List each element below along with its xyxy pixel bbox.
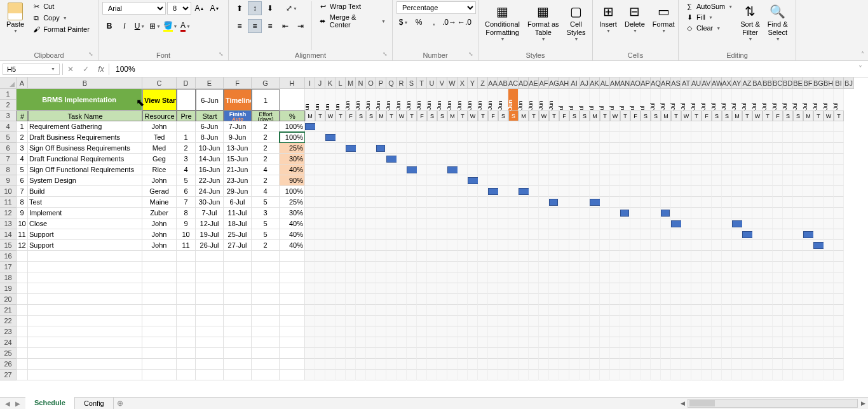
group-styles: ▦Conditional Formatting▼ ▦Format as Tabl… bbox=[478, 0, 593, 60]
sheet-tab-bar: ◀ ▶ Schedule Config ⊕ ◀ ▶ bbox=[0, 397, 868, 409]
expand-formula-bar-button[interactable]: ˅ bbox=[853, 65, 868, 74]
find-select-button[interactable]: 🔍Find & Select▼ bbox=[765, 1, 790, 44]
insert-cells-button[interactable]: ⊞Insert▼ bbox=[597, 1, 620, 36]
paste-button[interactable]: Paste ▼ bbox=[4, 1, 27, 36]
align-left-button[interactable]: ≡ bbox=[233, 19, 247, 33]
fill-down-icon: ⬇ bbox=[685, 13, 694, 22]
font-color-button[interactable]: A▼ bbox=[179, 19, 193, 33]
cut-button[interactable]: ✂Cut bbox=[29, 1, 92, 11]
align-top-button[interactable]: ⬆ bbox=[233, 1, 247, 15]
wrap-text-button[interactable]: ↩Wrap Text bbox=[316, 1, 388, 11]
group-number: Percentage $▼ % , .0→ ←.0 Number ⤡ bbox=[393, 0, 478, 60]
copy-icon: ⧉ bbox=[32, 13, 41, 22]
search-icon: 🔍 bbox=[769, 3, 787, 20]
format-painter-button[interactable]: 🖌Format Painter bbox=[29, 24, 92, 34]
group-clipboard: Paste ▼ ✂Cut ⧉Copy▼ 🖌Format Painter Clip… bbox=[0, 0, 98, 60]
format-as-table-button[interactable]: ▦Format as Table▼ bbox=[525, 1, 562, 44]
increase-decimal-button[interactable]: .0→ bbox=[442, 15, 456, 29]
accept-formula-button[interactable]: ✓ bbox=[78, 65, 93, 74]
dialog-launcher-icon[interactable]: ⤡ bbox=[383, 51, 390, 58]
decrease-decimal-button[interactable]: ←.0 bbox=[458, 15, 471, 29]
sort-filter-button[interactable]: ⇅Sort & Filter▼ bbox=[738, 1, 763, 44]
conditional-icon: ▦ bbox=[494, 3, 512, 20]
font-size-select[interactable]: 8 bbox=[167, 2, 191, 15]
clear-button[interactable]: ◇Clear▼ bbox=[682, 23, 735, 33]
increase-font-button[interactable]: A▲ bbox=[193, 1, 207, 15]
group-label: Clipboard bbox=[4, 50, 94, 59]
eraser-icon: ◇ bbox=[685, 23, 694, 32]
decrease-indent-button[interactable]: ⇤ bbox=[278, 19, 292, 33]
merge-center-button[interactable]: ⬌Merge & Center▼ bbox=[316, 13, 388, 29]
select-all-corner[interactable] bbox=[0, 77, 17, 89]
insert-icon: ⊞ bbox=[599, 3, 617, 20]
bold-button[interactable]: B bbox=[102, 19, 116, 33]
group-alignment: ⬆ ↕ ⬇ ⤢▼ ≡ ≡ ≡ ⇤ ⇥ ↩Wrap Text ⬌Merge & C… bbox=[229, 0, 393, 60]
format-icon: ▭ bbox=[654, 3, 672, 20]
number-format-select[interactable]: Percentage bbox=[397, 1, 476, 14]
font-name-select[interactable]: Arial bbox=[102, 2, 166, 15]
horizontal-scrollbar[interactable]: ◀ ▶ bbox=[677, 399, 868, 408]
orientation-button[interactable]: ⤢▼ bbox=[285, 1, 299, 15]
align-center-button[interactable]: ≡ bbox=[248, 19, 262, 33]
sigma-icon: ∑ bbox=[685, 2, 694, 11]
italic-button[interactable]: I bbox=[118, 19, 132, 33]
prev-sheet-button[interactable]: ◀ bbox=[5, 400, 10, 407]
currency-button[interactable]: $▼ bbox=[397, 15, 410, 29]
group-cells: ⊞Insert▼ ⊟Delete▼ ▭Format▼ Cells bbox=[593, 0, 679, 60]
dialog-launcher-icon[interactable]: ⤡ bbox=[88, 51, 96, 58]
delete-icon: ⊟ bbox=[626, 3, 644, 20]
percent-button[interactable]: % bbox=[412, 15, 426, 29]
decrease-font-button[interactable]: A▼ bbox=[208, 1, 222, 15]
delete-cells-button[interactable]: ⊟Delete▼ bbox=[622, 1, 648, 36]
fx-icon[interactable]: fx bbox=[93, 65, 109, 74]
paste-icon bbox=[8, 3, 23, 20]
comma-button[interactable]: , bbox=[427, 15, 441, 29]
autosum-button[interactable]: ∑AutoSum▼ bbox=[682, 1, 735, 11]
fill-color-button[interactable]: 🪣▼ bbox=[163, 19, 177, 33]
group-editing: ∑AutoSum▼ ⬇Fill▼ ◇Clear▼ ⇅Sort & Filter▼… bbox=[679, 0, 796, 60]
spreadsheet-grid[interactable]: ABCDEFGHIJKLMNOPQRSTUVWXYZAAABACADAEAFAG… bbox=[0, 77, 868, 397]
align-right-button[interactable]: ≡ bbox=[263, 19, 277, 33]
align-middle-button[interactable]: ↕ bbox=[248, 1, 262, 15]
scroll-left-button[interactable]: ◀ bbox=[677, 400, 688, 406]
conditional-formatting-button[interactable]: ▦Conditional Formatting▼ bbox=[482, 1, 522, 44]
name-box[interactable]: H5▼ bbox=[3, 64, 60, 75]
table-icon: ▦ bbox=[534, 3, 552, 20]
ribbon: Paste ▼ ✂Cut ⧉Copy▼ 🖌Format Painter Clip… bbox=[0, 0, 868, 61]
selected-cell: 100% bbox=[280, 132, 305, 143]
dialog-launcher-icon[interactable]: ⤡ bbox=[219, 51, 226, 58]
fill-button[interactable]: ⬇Fill▼ bbox=[682, 12, 735, 22]
copy-button[interactable]: ⧉Copy▼ bbox=[29, 13, 92, 23]
merge-icon: ⬌ bbox=[318, 17, 327, 25]
cells-area[interactable]: BRMS ImplementationView Start6-JunTimeli… bbox=[17, 89, 844, 380]
cell-styles-button[interactable]: ▢Cell Styles▼ bbox=[564, 1, 588, 44]
align-bottom-button[interactable]: ⬇ bbox=[263, 1, 277, 15]
cancel-formula-button[interactable]: ✕ bbox=[63, 65, 78, 74]
tab-config[interactable]: Config bbox=[75, 398, 114, 410]
tab-schedule[interactable]: Schedule bbox=[25, 397, 75, 410]
sort-icon: ⇅ bbox=[741, 3, 759, 20]
row-headers[interactable]: 1234567891011121314151617181920212223242… bbox=[0, 89, 17, 380]
styles-icon: ▢ bbox=[567, 3, 585, 20]
chevron-down-icon: ▼ bbox=[13, 29, 18, 34]
chevron-down-icon: ▼ bbox=[51, 67, 55, 71]
paintbrush-icon: 🖌 bbox=[32, 25, 41, 34]
group-font: Arial 8 A▲ A▼ B I U▼ ⊞▼ 🪣▼ A▼ Font ⤡ bbox=[98, 0, 229, 60]
dialog-launcher-icon[interactable]: ⤡ bbox=[468, 51, 476, 58]
column-headers[interactable]: ABCDEFGHIJKLMNOPQRSTUVWXYZAAABACADAEAFAG… bbox=[17, 77, 854, 89]
format-cells-button[interactable]: ▭Format▼ bbox=[650, 1, 677, 36]
scroll-right-button[interactable]: ▶ bbox=[858, 400, 868, 406]
add-sheet-button[interactable]: ⊕ bbox=[114, 399, 126, 408]
increase-indent-button[interactable]: ⇥ bbox=[294, 19, 308, 33]
wrap-icon: ↩ bbox=[318, 2, 327, 11]
formula-input[interactable]: 100% bbox=[109, 64, 853, 75]
underline-button[interactable]: U▼ bbox=[133, 19, 147, 33]
scissors-icon: ✂ bbox=[32, 2, 41, 11]
collapse-ribbon-button[interactable]: ˄ bbox=[861, 51, 864, 58]
next-sheet-button[interactable]: ▶ bbox=[15, 400, 20, 407]
borders-button[interactable]: ⊞▼ bbox=[148, 19, 162, 33]
formula-bar: H5▼ ✕ ✓ fx 100% ˅ bbox=[0, 61, 868, 77]
